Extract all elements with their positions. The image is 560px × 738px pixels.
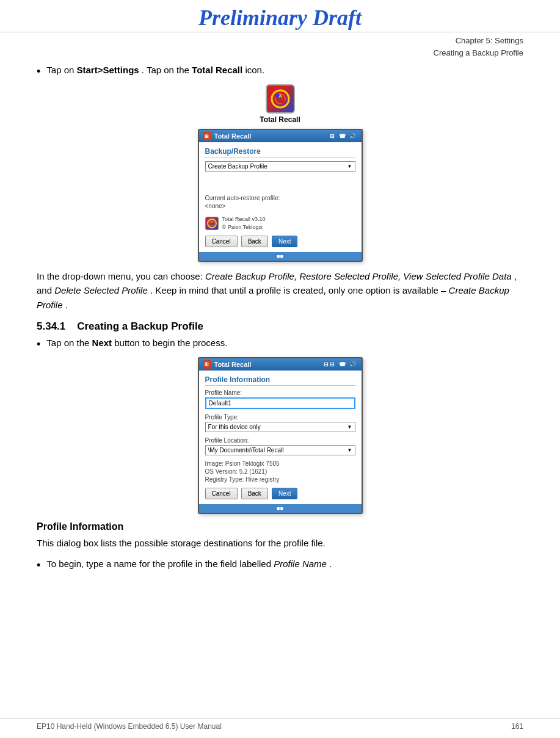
window1-dropdown-value: Create Backup Profile <box>208 163 267 170</box>
window2-footer-icon: ■■ <box>277 505 283 512</box>
window1-title-icons: ⊟ ☎ 🔊 <box>330 133 357 139</box>
bullet-item-3: • To begin, type a name for the profile … <box>37 559 523 571</box>
para1-rest: . Keep in mind that until a profile is c… <box>150 285 449 295</box>
window1-titlebar: ⊞ Total Recall ⊟ ☎ 🔊 <box>199 130 362 142</box>
bullet-item-1: • Tap on Start>Settings . Tap on the Tot… <box>37 65 523 77</box>
window2-profile-location-label: Profile Location: <box>205 437 355 444</box>
window2-profile-name-label: Profile Name: <box>205 389 355 396</box>
window2-location-arrow: ▼ <box>347 447 352 453</box>
window1-cancel-btn[interactable]: Cancel <box>205 236 238 247</box>
page-footer: EP10 Hand-Held (Windows Embedded 6.5) Us… <box>0 718 560 731</box>
bullet-item-2: • Tap on the Next button to begin the pr… <box>37 338 523 350</box>
window1-section: Backup/Restore <box>205 147 355 157</box>
window2-next-btn[interactable]: Next <box>272 488 298 499</box>
window1-version-copy: © Psion Teklogix <box>222 223 266 231</box>
window1-title: Total Recall <box>214 132 330 140</box>
screenshot-area-1: Total Recall ⊞ Total Recall ⊟ ☎ 🔊 Backup… <box>37 84 523 262</box>
para1-italic2: Delete Selected Profile <box>54 285 148 295</box>
window1-version-row: Total Recall v3.10 © Psion Teklogix <box>205 215 355 231</box>
para1-italic1: Create Backup Profile, Restore Selected … <box>205 271 512 281</box>
footer-manual: EP10 Hand-Held (Windows Embedded 6.5) Us… <box>37 722 222 731</box>
bullet3-before: To begin, type a name for the profile in… <box>46 559 274 569</box>
svg-rect-4 <box>282 100 285 104</box>
window1-buttons: Cancel Back Next <box>205 236 355 247</box>
total-recall-icon: Total Recall <box>260 84 300 124</box>
window2-profile-type-dropdown[interactable]: For this device only ▼ <box>205 422 355 432</box>
window-1: ⊞ Total Recall ⊟ ☎ 🔊 Backup/Restore Crea… <box>198 129 363 262</box>
bullet2-text: Tap on the Next button to begin the proc… <box>46 338 227 348</box>
bullet3-italic: Profile Name <box>274 559 327 569</box>
window1-version-icon <box>205 217 219 230</box>
chapter-info: Chapter 5: Settings Creating a Backup Pr… <box>0 32 560 59</box>
subchapter-name: Creating a Backup Profile <box>0 47 523 59</box>
window1-info-value: <none> <box>205 203 355 209</box>
page-title: Preliminary Draft <box>0 5 560 31</box>
window1-info-label: Current auto-restore profile: <box>205 195 355 201</box>
para1: In the drop-down menu, you can choose: C… <box>37 269 523 312</box>
tr-icon-image <box>266 84 295 114</box>
bullet2-before: Tap on the <box>46 338 92 348</box>
bullet-dot-1: • <box>37 66 40 77</box>
window1-dropdown[interactable]: Create Backup Profile ▼ <box>205 161 355 172</box>
window-2: ⊞ Total Recall ⊟⊟ ☎ 🔊 Profile Informatio… <box>198 357 363 514</box>
footer-page: 161 <box>511 722 523 731</box>
window1-version-text: Total Recall v3.10 © Psion Teklogix <box>222 215 266 231</box>
window1-footer: ■■ <box>199 252 362 261</box>
svg-point-0 <box>272 90 289 107</box>
svg-rect-3 <box>275 94 279 98</box>
window1-content: Backup/Restore Create Backup Profile ▼ C… <box>199 142 362 252</box>
window2-profile-location-value: \My Documents\Total Recall <box>208 447 284 454</box>
window2-type-arrow: ▼ <box>347 424 352 430</box>
window2-info-image: Image: Psion Teklogix 7505 <box>205 460 355 467</box>
para2: This dialog box lists the possible stora… <box>37 536 523 550</box>
window2-section: Profile Information <box>205 375 355 386</box>
screenshot-area-2: ⊞ Total Recall ⊟⊟ ☎ 🔊 Profile Informatio… <box>37 357 523 514</box>
bullet-dot-2: • <box>37 339 40 350</box>
window1-back-btn[interactable]: Back <box>241 236 268 247</box>
page-header: Preliminary Draft <box>0 0 560 32</box>
bullet3-text: To begin, type a name for the profile in… <box>46 559 332 569</box>
section-title-space <box>68 320 74 332</box>
window2-profile-type-label: Profile Type: <box>205 414 355 421</box>
screenshot-1-container: Total Recall ⊞ Total Recall ⊟ ☎ 🔊 Backup… <box>198 84 363 262</box>
sub-heading-profile-info: Profile Information <box>37 521 523 532</box>
window1-dropdown-arrow: ▼ <box>347 164 352 169</box>
bullet3-after: . <box>329 559 332 569</box>
bullet1-bold1: Start>Settings <box>77 65 139 75</box>
bullet2-after: button to begin the process. <box>114 338 227 348</box>
bullet1-text: Tap on Start>Settings . Tap on the Total… <box>46 65 264 75</box>
window2-profile-type-value: For this device only <box>208 424 261 430</box>
window2-title-icons: ⊟⊟ ☎ 🔊 <box>324 361 357 367</box>
win-icon-2: ⊞ <box>203 360 211 369</box>
window2-content: Profile Information Profile Name: Defaul… <box>199 371 362 504</box>
window1-version-name: Total Recall v3.10 <box>222 215 266 223</box>
window2-profile-location-dropdown[interactable]: \My Documents\Total Recall ▼ <box>205 445 355 455</box>
window2-back-btn[interactable]: Back <box>241 488 268 499</box>
section-title: Creating a Backup Profile <box>77 320 203 332</box>
bullet1-middle: . Tap on the <box>142 65 192 75</box>
window2-profile-name-input[interactable]: Default1 <box>205 397 355 409</box>
chapter-name: Chapter 5: Settings <box>0 35 523 47</box>
window1-footer-icon: ■■ <box>277 253 283 259</box>
window2-info-registry: Registry Type: Hive registry <box>205 476 355 483</box>
bullet-dot-3: • <box>37 560 40 571</box>
section-num: 5.34.1 <box>37 320 65 332</box>
win-icon-1: ⊞ <box>203 132 211 140</box>
window2-info-os: OS Version: 5.2 (1621) <box>205 468 355 475</box>
section-heading: 5.34.1 Creating a Backup Profile <box>37 320 523 333</box>
bullet1-bold2: Total Recall <box>192 65 242 75</box>
para1-end: . <box>65 300 68 310</box>
window2-footer: ■■ <box>199 504 362 513</box>
bullet1-before: Tap on <box>46 65 76 75</box>
window2-buttons: Cancel Back Next <box>205 488 355 499</box>
bullet1-after: icon. <box>245 65 264 75</box>
window2-title: Total Recall <box>214 361 324 368</box>
svg-point-5 <box>208 219 216 228</box>
window1-next-btn[interactable]: Next <box>272 236 298 247</box>
window2-titlebar: ⊞ Total Recall ⊟⊟ ☎ 🔊 <box>199 358 362 371</box>
window2-cancel-btn[interactable]: Cancel <box>205 488 238 499</box>
tr-icon-label: Total Recall <box>260 115 300 124</box>
bullet2-bold1: Next <box>92 338 112 348</box>
para1-before: In the drop-down menu, you can choose: <box>37 271 205 281</box>
main-content: • Tap on Start>Settings . Tap on the Tot… <box>0 59 560 590</box>
